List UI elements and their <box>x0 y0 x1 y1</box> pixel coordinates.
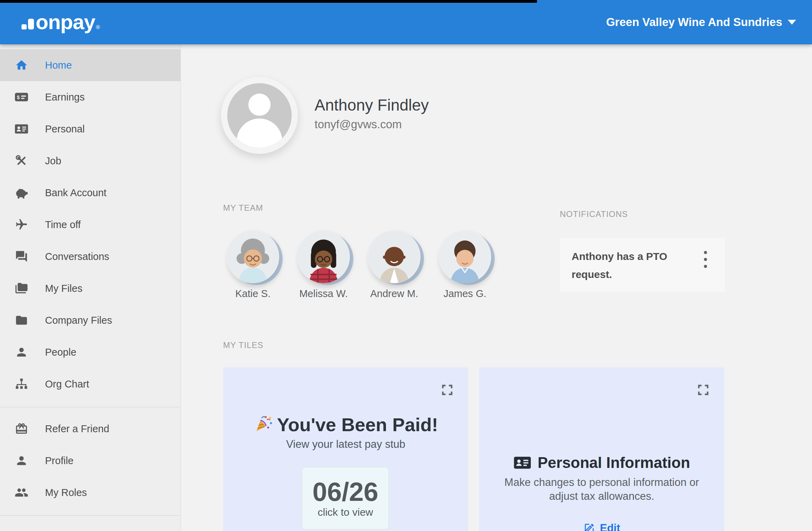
avatar-katie-s <box>227 230 279 283</box>
sidebar-item-my-files[interactable]: My Files <box>0 272 180 304</box>
sidebar-divider <box>0 515 180 516</box>
sidebar-item-profile[interactable]: Profile <box>0 445 180 477</box>
profile-email: tonyf@gvws.com <box>315 118 402 131</box>
avatar-james-g <box>439 230 491 283</box>
sidebar-item-label: Org Chart <box>45 378 89 390</box>
sidebar-item-personal[interactable]: Personal <box>0 113 180 145</box>
home-icon <box>14 58 29 73</box>
tile-personal-information[interactable]: Personal Information Make changes to per… <box>479 367 724 531</box>
contact-card-icon <box>513 456 531 470</box>
expand-icon[interactable] <box>441 383 454 397</box>
team-row: Katie S. <box>227 230 491 299</box>
piggy-bank-icon <box>14 185 29 200</box>
edit-button[interactable]: Edit <box>479 522 724 531</box>
person-icon <box>14 453 29 468</box>
sidebar-item-conversations[interactable]: Conversations <box>0 241 180 272</box>
sidebar-item-my-roles[interactable]: My Roles <box>0 477 180 508</box>
contact-card-icon <box>14 121 29 137</box>
expand-icon[interactable] <box>697 383 710 397</box>
sidebar-item-time-off[interactable]: Time off <box>0 209 180 241</box>
paid-tile-subtitle: View your latest pay stub <box>223 438 468 451</box>
sidebar-item-label: My Files <box>45 283 82 294</box>
sidebar-item-refer-a-friend[interactable]: Refer a Friend <box>0 413 180 445</box>
pay-date-caption: click to view <box>302 506 388 518</box>
onpay-logo[interactable]: onpay ® <box>21 12 100 33</box>
sidebar-item-earnings[interactable]: $ Earnings <box>0 81 180 113</box>
sidebar-item-home[interactable]: Home <box>0 49 180 81</box>
pay-date: 06/26 <box>302 478 388 506</box>
sidebar-item-bank-account[interactable]: Bank Account <box>0 177 180 209</box>
avatar-melissa-w <box>297 230 350 283</box>
team-member-melissa[interactable]: Melissa W. <box>297 230 350 299</box>
team-member-name: James G. <box>439 288 491 299</box>
my-team-heading: MY TEAM <box>223 203 263 213</box>
person-icon <box>14 345 29 360</box>
team-member-name: Katie S. <box>227 288 279 299</box>
team-member-james[interactable]: James G. <box>439 230 491 299</box>
chat-bubbles-icon <box>14 249 29 264</box>
onpay-logo-wordmark: onpay <box>36 12 95 33</box>
sidebar-item-label: People <box>45 347 76 358</box>
sidebar-item-label: Personal <box>45 123 85 135</box>
profile-avatar[interactable] <box>221 77 298 154</box>
tools-icon <box>14 153 29 168</box>
placeholder-person-icon <box>227 83 292 148</box>
sidebar-item-org-chart[interactable]: Org Chart <box>0 368 180 400</box>
paid-tile-title: You've Been Paid! <box>223 414 468 435</box>
notification-card: Anthony has a PTO request. <box>560 238 725 292</box>
personal-tile-description: Make changes to personal information or … <box>503 476 700 503</box>
folders-icon <box>14 281 29 296</box>
top-black-strip <box>0 0 537 3</box>
notification-text: Anthony has a PTO request. <box>572 247 686 284</box>
profile-name: Anthony Findley <box>315 96 429 114</box>
onpay-logo-mark-icon <box>21 19 34 33</box>
app-window: onpay ® Green Valley Wine And Sundries H… <box>0 0 812 531</box>
tile-youve-been-paid[interactable]: You've Been Paid! View your latest pay s… <box>223 367 468 531</box>
sidebar-item-label: Conversations <box>45 251 109 262</box>
sidebar-nav: Home $ Earnings Personal Job Bank Accoun… <box>0 44 181 531</box>
group-icon <box>14 485 29 500</box>
sidebar-item-label: Time off <box>45 219 81 230</box>
folder-icon <box>14 313 29 328</box>
team-member-name: Melissa W. <box>297 288 350 299</box>
edit-square-icon <box>583 522 595 531</box>
top-bar: onpay ® Green Valley Wine And Sundries <box>0 0 812 44</box>
party-popper-icon <box>254 414 273 434</box>
registered-mark: ® <box>96 24 100 33</box>
svg-text:$: $ <box>17 95 20 100</box>
pay-stub-date-card[interactable]: 06/26 click to view <box>302 467 389 530</box>
sidebar-divider <box>0 407 180 407</box>
kebab-menu-icon[interactable] <box>704 251 707 272</box>
sidebar-item-label: Job <box>45 155 61 167</box>
airplane-icon <box>14 217 29 232</box>
team-member-katie[interactable]: Katie S. <box>227 230 279 299</box>
team-member-andrew[interactable]: Andrew M. <box>368 230 421 299</box>
sidebar-item-people[interactable]: People <box>0 336 180 368</box>
sidebar-item-label: Company Files <box>45 315 112 326</box>
org-chart-icon <box>14 376 29 392</box>
chevron-down-icon <box>788 20 796 25</box>
sidebar-item-company-files[interactable]: Company Files <box>0 304 180 336</box>
company-selector[interactable]: Green Valley Wine And Sundries <box>606 16 796 29</box>
gift-icon <box>14 421 29 436</box>
avatar-andrew-m <box>368 230 421 283</box>
personal-tile-title: Personal Information <box>479 454 724 471</box>
sidebar-item-label: Home <box>45 60 72 71</box>
paycheck-icon: $ <box>14 89 29 105</box>
sidebar-item-label: Profile <box>45 455 73 467</box>
my-tiles-heading: MY TILES <box>223 340 264 350</box>
sidebar-item-label: My Roles <box>45 487 87 498</box>
sidebar-item-job[interactable]: Job <box>0 145 180 177</box>
sidebar-item-label: Bank Account <box>45 187 106 199</box>
sidebar-item-label: Earnings <box>45 92 85 103</box>
sidebar-item-label: Refer a Friend <box>45 423 109 435</box>
company-selector-label: Green Valley Wine And Sundries <box>606 16 782 29</box>
notifications-heading: NOTIFICATIONS <box>560 209 628 219</box>
team-member-name: Andrew M. <box>368 288 421 299</box>
